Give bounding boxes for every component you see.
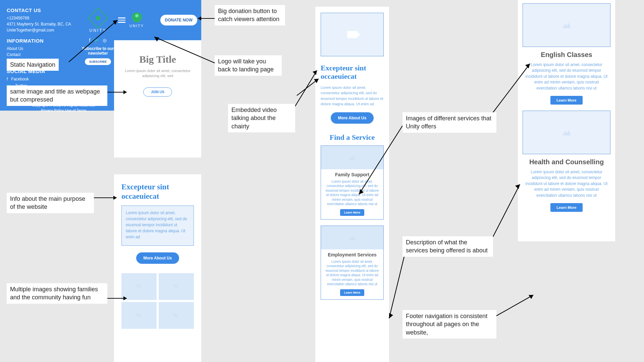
learn-more-button[interactable]: Learn More bbox=[340, 209, 365, 216]
mockup-header-hero: UNITY DONATE NOW Big Title Lorem ipsum d… bbox=[114, 0, 201, 158]
footer-contact-heading: CONTACT US bbox=[7, 7, 73, 13]
svg-line-16 bbox=[488, 64, 530, 119]
service-title: English Classes bbox=[523, 51, 610, 59]
service-desc: Lorem ipsum dolor sit amet, consectetur … bbox=[523, 169, 610, 198]
footer-email[interactable]: UniteTogether@gmail.com bbox=[7, 27, 73, 33]
footer-link-facebook[interactable]: Facebook bbox=[11, 76, 29, 82]
footer-link-about[interactable]: About Us bbox=[7, 46, 73, 52]
learn-more-button[interactable]: Learn More bbox=[550, 96, 582, 105]
annotation-nav: Static Navigation bbox=[7, 59, 59, 71]
service-title: Employment Services bbox=[321, 252, 383, 257]
annotation-footer-nav: Footer navigation is consistent througho… bbox=[402, 310, 496, 339]
svg-marker-7 bbox=[123, 90, 127, 94]
about-body: Lorem ipsum dolor sit amet, consectetur … bbox=[121, 205, 194, 246]
more-about-us-button[interactable]: More About Us bbox=[331, 112, 374, 124]
more-about-us-button[interactable]: More About Us bbox=[136, 252, 179, 264]
svg-marker-19 bbox=[359, 189, 364, 194]
image-grid bbox=[121, 273, 194, 329]
image-placeholder bbox=[159, 302, 194, 329]
facebook-icon[interactable]: f bbox=[7, 77, 8, 81]
footer-info-heading: INFORMATION bbox=[7, 38, 73, 44]
annotation-service-images: Images of different services that Unity … bbox=[402, 112, 496, 133]
learn-more-button[interactable]: Learn More bbox=[340, 289, 365, 296]
video-placeholder[interactable] bbox=[321, 13, 384, 56]
brand-name: UNITY bbox=[129, 24, 144, 28]
annotation-logo: Logo will take you back to landing page bbox=[215, 55, 282, 76]
svg-marker-21 bbox=[389, 313, 393, 318]
service-title: Health and Counselling bbox=[523, 158, 610, 166]
annotation-service-desc: Description of what the services being o… bbox=[402, 236, 493, 257]
donate-button[interactable]: DONATE NOW bbox=[160, 15, 197, 25]
service-desc: Lorem ipsum dolor sit amet, consectetur … bbox=[523, 62, 610, 91]
video-icon bbox=[347, 31, 357, 38]
copyright-line: Privacy Policy Use of Terms bbox=[7, 108, 121, 113]
service-image-placeholder bbox=[523, 3, 610, 47]
svg-marker-5 bbox=[113, 20, 117, 25]
video-heading: Excepteur sint occaeuiecat bbox=[321, 64, 384, 81]
annotation-families: Multiple images showing families and the… bbox=[7, 283, 107, 304]
join-us-button[interactable]: JOIN US bbox=[143, 87, 172, 97]
brand-logo[interactable]: UNITY bbox=[129, 12, 144, 28]
mockup-services-column: English Classes Lorem ipsum dolor sit am… bbox=[518, 0, 615, 241]
service-image-placeholder bbox=[523, 111, 610, 154]
footer-address: 4371 Mayberry St. Burnaby, BC, CA bbox=[7, 21, 73, 27]
service-desc: Lorem ipsum dolor sit amet, consectetur … bbox=[321, 259, 383, 287]
annotation-sameimage: same image and title as webpage but comp… bbox=[7, 85, 107, 106]
svg-marker-1 bbox=[198, 16, 201, 20]
svg-marker-3 bbox=[154, 37, 159, 42]
svg-marker-15 bbox=[123, 296, 127, 300]
mockup-about-images: Excepteur sint occaeuiecat Lorem ipsum d… bbox=[114, 174, 201, 362]
svg-marker-17 bbox=[525, 64, 530, 68]
svg-marker-13 bbox=[113, 196, 117, 200]
image-placeholder bbox=[159, 273, 194, 300]
svg-line-4 bbox=[69, 20, 117, 62]
footer-link-contact[interactable]: Contact bbox=[7, 52, 73, 58]
annotation-donate: Big donation button to catch viewers att… bbox=[215, 5, 285, 25]
svg-line-2 bbox=[154, 37, 216, 64]
svg-line-10 bbox=[297, 79, 319, 96]
service-image-placeholder bbox=[321, 226, 383, 249]
image-placeholder bbox=[121, 302, 157, 329]
svg-line-18 bbox=[359, 126, 402, 194]
about-heading: Excepteur sint occaeuiecat bbox=[121, 182, 194, 201]
annotation-video: Embedded video talking about the chairty bbox=[228, 104, 295, 132]
page-subtitle: Lorem ipsum dolor sit amet, consectetur … bbox=[120, 68, 195, 79]
svg-line-20 bbox=[389, 250, 406, 318]
service-card: Employment Services Lorem ipsum dolor si… bbox=[321, 226, 384, 300]
annotation-mainpurpose: Info about the main purpose of the websi… bbox=[7, 193, 94, 213]
learn-more-button[interactable]: Learn More bbox=[550, 203, 582, 212]
svg-line-24 bbox=[495, 295, 533, 317]
footer-phone[interactable]: +123456789 bbox=[7, 15, 73, 21]
svg-marker-11 bbox=[314, 79, 319, 83]
video-body: Lorem ipsum dolor sit amet, consectetur … bbox=[321, 85, 384, 107]
logo-icon bbox=[132, 12, 142, 22]
